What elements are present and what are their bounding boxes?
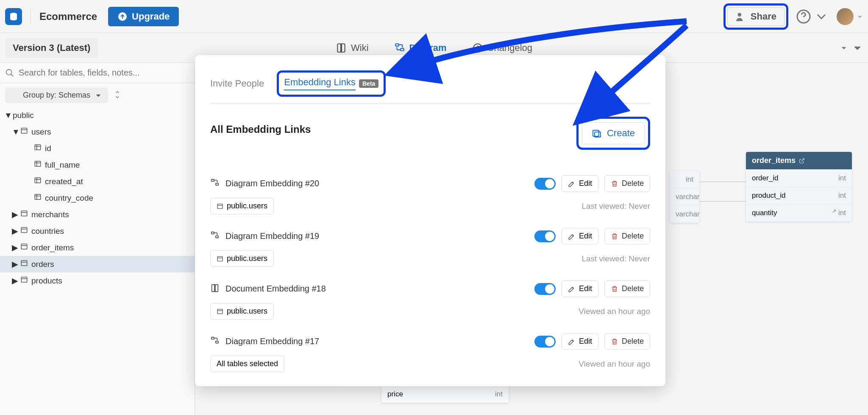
embed-scope-chip[interactable]: public.users [210,303,274,320]
schema-public[interactable]: ▼ public [0,107,195,123]
svg-rect-10 [35,145,41,150]
edit-label: Edit [579,232,592,241]
column-country-code[interactable]: country_code [0,190,195,206]
embed-title: Diagram Embedding #20 [225,179,529,188]
table-label: merchants [31,210,69,219]
delete-label: Delete [622,179,644,188]
divider [31,9,31,24]
share-button[interactable]: Share [727,7,785,26]
delete-label: Delete [622,337,644,346]
col-name: product_id [752,191,785,200]
relationship-line [699,201,746,202]
edit-button[interactable]: Edit [562,228,598,244]
delete-button[interactable]: Delete [604,228,650,244]
caret-down-icon: ▼ [12,127,17,137]
upgrade-button[interactable]: Upgrade [108,7,179,26]
column-label: created_at [45,177,83,186]
modal-section-title: All Embedding Links [210,123,311,135]
column-id[interactable]: id [0,140,195,157]
edit-button[interactable]: Edit [562,333,598,350]
column-label: id [45,144,51,153]
embed-title: Diagram Embedding #17 [225,336,529,346]
embed-scope-chip[interactable]: public.users [210,250,274,267]
col-type: int [686,175,693,184]
svg-rect-11 [35,161,41,166]
tab-changelog[interactable]: Changelog [472,42,532,53]
edit-label: Edit [579,179,592,188]
beta-badge: Beta [359,79,378,88]
svg-rect-5 [401,48,404,50]
svg-rect-15 [21,227,27,233]
avatar [837,8,854,25]
diagram-table-order-items[interactable]: order_items order_idint product_idint qu… [746,152,852,222]
svg-rect-29 [216,341,218,343]
last-viewed: Last viewed: Never [581,202,650,211]
search-input[interactable] [19,68,189,78]
schema-label: public [13,111,34,120]
app-logo[interactable] [5,8,22,25]
embed-scope-chip[interactable]: public.users [210,198,274,214]
svg-rect-28 [211,337,214,339]
create-button[interactable]: Create [582,122,645,144]
table-merchants[interactable]: ▶ merchants [0,206,195,223]
table-icon [20,259,28,269]
modal-tab-embedding[interactable]: Embedding Links [284,77,356,90]
toggle-enabled[interactable] [534,336,556,348]
edit-label: Edit [579,337,592,346]
table-order-items[interactable]: ▶ order_items [0,239,195,256]
table-icon [20,127,28,137]
column-created-at[interactable]: created_at [0,173,195,190]
embed-scope-chip[interactable]: All tables selected [210,356,284,372]
table-icon [20,276,28,286]
group-by-selector[interactable]: Group by: Schemas [5,87,108,103]
col-type: int [838,191,846,200]
edit-button[interactable]: Edit [562,280,598,297]
table-orders[interactable]: ▶ orders [0,256,195,272]
column-full-name[interactable]: full_name [0,157,195,173]
tab-changelog-label: Changelog [487,42,532,53]
svg-rect-17 [21,261,27,266]
col-type: int [495,390,503,398]
delete-label: Delete [622,232,644,241]
svg-rect-9 [21,128,27,133]
create-label: Create [607,128,635,139]
embed-scope-label: public.users [227,307,267,316]
version-selector[interactable]: Version 3 (Latest) [5,38,98,58]
toggle-enabled[interactable] [534,178,556,190]
annotation-share-highlight: Share [723,3,788,30]
last-viewed: Viewed an hour ago [579,359,650,369]
help-button[interactable] [796,9,829,24]
edit-button[interactable]: Edit [562,175,598,192]
external-link-icon [829,209,836,217]
caret-right-icon: ▶ [12,226,17,236]
last-viewed: Viewed an hour ago [579,307,650,316]
table-countries[interactable]: ▶ countries [0,223,195,239]
diagram-icon [210,336,220,347]
tab-wiki[interactable]: Wiki [336,42,369,53]
svg-rect-24 [211,232,214,234]
diagram-table-partial[interactable]: int varchar varchar [670,171,699,223]
delete-button[interactable]: Delete [604,280,650,297]
delete-button[interactable]: Delete [604,333,650,350]
col-type: int [838,209,846,217]
toggle-enabled[interactable] [534,283,556,295]
col-name: price [387,390,403,398]
diagram-icon [210,231,220,242]
toggle-enabled[interactable] [534,230,556,242]
download-button[interactable] [838,42,863,53]
user-menu[interactable] [837,8,863,25]
table-users[interactable]: ▼ users [0,123,195,140]
svg-rect-13 [35,194,41,199]
collapse-all-icon[interactable] [113,90,122,101]
delete-button[interactable]: Delete [604,175,650,192]
tab-diagram[interactable]: Diagram [394,42,447,53]
table-icon [20,226,28,236]
table-label: orders [31,260,54,269]
table-label: order_items [31,243,74,252]
caret-right-icon: ▶ [12,259,17,269]
column-icon [34,177,42,186]
embed-title: Document Embedding #18 [225,284,529,294]
search-icon [5,68,14,78]
table-products[interactable]: ▶ products [0,272,195,289]
modal-tab-invite[interactable]: Invite People [210,78,264,89]
